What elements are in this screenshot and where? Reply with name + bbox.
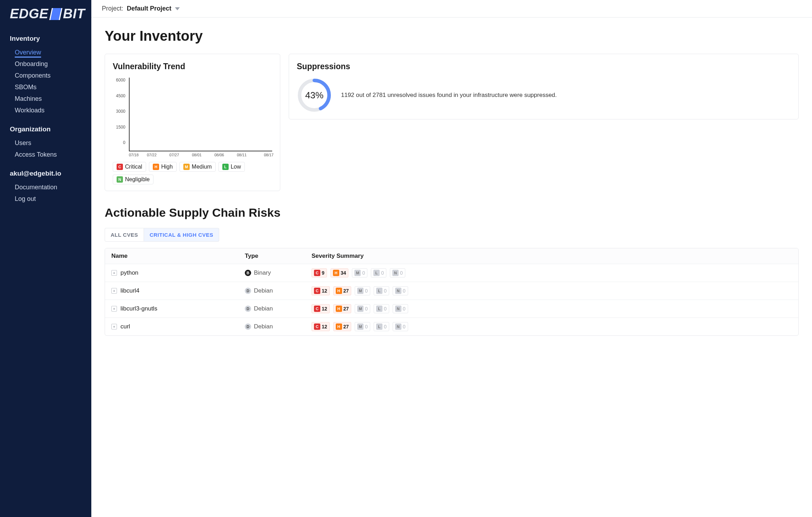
x-tick — [219, 153, 223, 157]
sev-badge-n-icon: N — [395, 323, 401, 330]
type-badge-icon: D — [245, 323, 251, 330]
y-tick: 6000 — [113, 78, 125, 83]
sidebar-item-sboms[interactable]: SBOMs — [10, 81, 85, 93]
y-tick: 3000 — [113, 109, 125, 114]
x-tick: 08/17 — [264, 153, 268, 157]
sev-count: 0 — [365, 324, 368, 329]
sev-count: 0 — [384, 324, 387, 329]
type-badge-icon: D — [245, 306, 251, 312]
x-tick: 08/01 — [192, 153, 196, 157]
table-row[interactable]: +libcurl4DDebianC12H27M0L0N0 — [105, 282, 798, 300]
sev-pill-n: N0 — [393, 322, 408, 331]
sev-pill-l: L0 — [374, 304, 389, 313]
x-tick — [138, 153, 142, 157]
x-tick — [233, 153, 236, 157]
sev-count: 12 — [322, 306, 327, 312]
expand-icon[interactable]: + — [111, 288, 117, 294]
sev-badge-c-icon: C — [314, 323, 320, 330]
x-tick: 07/18 — [129, 153, 133, 157]
sev-badge-n-icon: N — [117, 176, 123, 183]
tab-critical-high-cves[interactable]: CRITICAL & HIGH CVES — [144, 228, 219, 242]
x-tick — [178, 153, 182, 157]
table-col-name: Name — [111, 253, 245, 260]
sev-count: 27 — [343, 324, 349, 329]
sev-count: 0 — [403, 288, 406, 294]
x-tick: 07/22 — [147, 153, 151, 157]
sidebar-item-machines[interactable]: Machines — [10, 93, 85, 105]
sev-pill-n: N0 — [393, 286, 408, 295]
x-tick — [246, 153, 250, 157]
legend-label: Low — [231, 164, 241, 170]
x-tick — [201, 153, 205, 157]
tab-all-cves[interactable]: ALL CVES — [105, 228, 144, 242]
suppressions-text: 1192 out of 2781 unresolved issues found… — [341, 91, 557, 100]
sev-pill-l: L0 — [371, 268, 386, 277]
sev-count: 12 — [322, 324, 327, 329]
brand-logo: EDGE BIT — [10, 6, 85, 21]
type-badge-icon: B — [245, 270, 251, 276]
legend-l[interactable]: LLow — [218, 162, 245, 172]
risks-table: NameTypeSeverity Summary+pythonBBinaryC9… — [105, 248, 799, 336]
legend-h[interactable]: HHigh — [149, 162, 177, 172]
nav-section-title: akul@edgebit.io — [10, 170, 85, 177]
legend-m[interactable]: MMedium — [179, 162, 216, 172]
x-tick — [174, 153, 178, 157]
table-row[interactable]: +libcurl3-gnutlsDDebianC12H27M0L0N0 — [105, 300, 798, 318]
sidebar-item-overview[interactable]: Overview — [10, 47, 85, 58]
sidebar-item-onboarding[interactable]: Onboarding — [10, 58, 85, 70]
sidebar-item-access-tokens[interactable]: Access Tokens — [10, 149, 85, 161]
sev-pill-n: N0 — [390, 268, 405, 277]
suppressions-ring: 43% — [297, 78, 332, 113]
sev-count: 0 — [400, 270, 403, 276]
sev-badge-n-icon: N — [392, 270, 399, 276]
project-selector[interactable]: Project: Default Project — [91, 0, 812, 18]
table-col-type: Type — [245, 253, 312, 260]
sev-badge-c-icon: C — [314, 270, 320, 276]
sev-badge-m-icon: M — [357, 288, 364, 294]
sev-count: 0 — [384, 288, 387, 294]
sev-pill-m: M0 — [355, 286, 370, 295]
sidebar-item-users[interactable]: Users — [10, 137, 85, 149]
sev-badge-h-icon: H — [333, 270, 339, 276]
x-tick — [161, 153, 164, 157]
x-tick — [188, 153, 191, 157]
expand-icon[interactable]: + — [111, 270, 117, 276]
pkg-name: libcurl4 — [120, 287, 139, 294]
sev-badge-h-icon: H — [336, 288, 342, 294]
sev-badge-m-icon: M — [357, 306, 364, 312]
x-tick — [250, 153, 254, 157]
x-tick — [205, 153, 209, 157]
sidebar-item-workloads[interactable]: Workloads — [10, 105, 85, 116]
sev-count: 0 — [403, 324, 406, 329]
legend-c[interactable]: CCritical — [113, 162, 146, 172]
project-value: Default Project — [127, 5, 171, 12]
x-tick — [255, 153, 259, 157]
table-col-severity-summary: Severity Summary — [312, 253, 792, 260]
sev-badge-h-icon: H — [336, 323, 342, 330]
table-row[interactable]: +pythonBBinaryC9H34M0L0N0 — [105, 264, 798, 282]
table-row[interactable]: +curlDDebianC12H27M0L0N0 — [105, 318, 798, 335]
x-tick — [151, 153, 155, 157]
x-tick — [133, 153, 137, 157]
sidebar-item-components[interactable]: Components — [10, 70, 85, 81]
x-tick — [156, 153, 160, 157]
sev-badge-m-icon: M — [357, 323, 364, 330]
sev-pill-l: L0 — [374, 322, 389, 331]
expand-icon[interactable]: + — [111, 306, 117, 312]
sev-badge-m-icon: M — [183, 164, 190, 170]
x-tick — [165, 153, 169, 157]
x-tick: 08/11 — [237, 153, 241, 157]
sev-badge-l-icon: L — [376, 306, 382, 312]
legend-n[interactable]: NNegligible — [113, 175, 153, 184]
sidebar-item-log-out[interactable]: Log out — [10, 193, 85, 205]
x-tick — [183, 153, 187, 157]
sev-pill-c: C9 — [312, 268, 327, 277]
table-header: NameTypeSeverity Summary — [105, 248, 798, 264]
sev-pill-c: C12 — [312, 322, 330, 331]
page-title: Your Inventory — [105, 28, 799, 44]
sev-badge-l-icon: L — [222, 164, 229, 170]
x-tick — [210, 153, 214, 157]
expand-icon[interactable]: + — [111, 324, 117, 329]
chart-legend: CCriticalHHighMMediumLLowNNegligible — [113, 162, 272, 184]
sidebar-item-documentation[interactable]: Documentation — [10, 182, 85, 193]
